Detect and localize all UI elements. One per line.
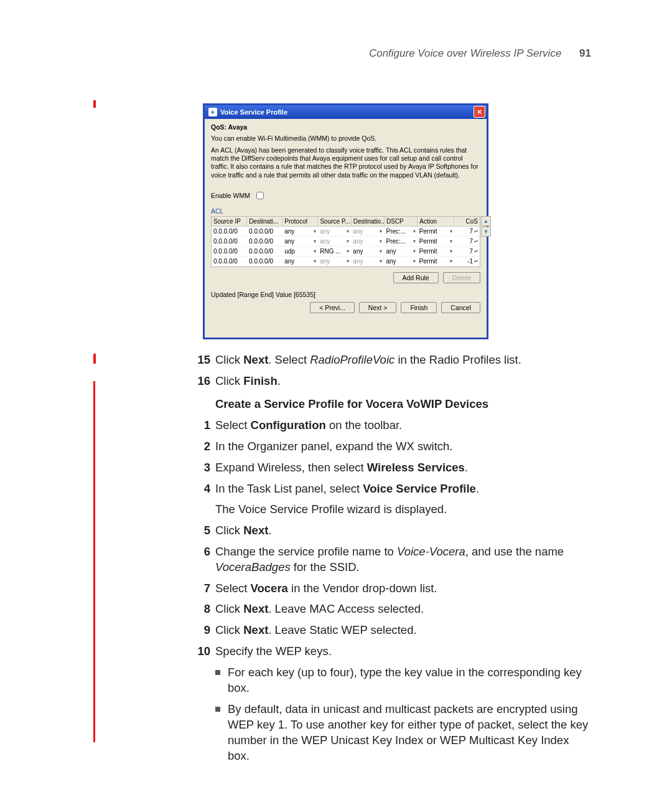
col-protocol[interactable]: Protocol bbox=[282, 217, 318, 226]
step-number: 7 bbox=[192, 581, 215, 597]
dropdown-icon[interactable]: ▾ bbox=[413, 258, 416, 264]
app-icon: ⋄ bbox=[208, 108, 217, 116]
cell[interactable]: Prec:...▾ bbox=[384, 228, 417, 235]
add-rule-button[interactable]: Add Rule bbox=[393, 272, 439, 283]
dropdown-icon[interactable]: ▾ bbox=[450, 258, 452, 264]
move-down-button[interactable]: ▼ bbox=[481, 227, 491, 237]
dropdown-icon[interactable]: ▾ bbox=[450, 248, 452, 254]
cell[interactable]: any▾ bbox=[318, 228, 351, 235]
col-dscp[interactable]: DSCP bbox=[385, 217, 418, 226]
cell[interactable]: any▾ bbox=[282, 238, 318, 245]
dropdown-icon[interactable]: ▾ bbox=[347, 229, 349, 234]
step-number: 15 bbox=[192, 352, 215, 368]
cell[interactable]: 0.0.0.0/0 bbox=[247, 258, 282, 265]
bullet-2: By default, data in unicast and multicas… bbox=[215, 702, 590, 763]
cell[interactable]: any▾ bbox=[351, 248, 384, 255]
cancel-button[interactable]: Cancel bbox=[441, 302, 480, 313]
col-dest-port[interactable]: Destinatio... bbox=[352, 217, 385, 226]
spinner-icon[interactable]: ▴▾ bbox=[474, 230, 478, 232]
col-source-ip[interactable]: Source IP bbox=[212, 217, 247, 226]
cell[interactable]: any▾ bbox=[351, 258, 384, 265]
dropdown-icon[interactable]: ▾ bbox=[347, 248, 349, 254]
cell[interactable]: Permit▾ bbox=[418, 248, 454, 255]
cell[interactable]: -1▴▾ bbox=[454, 258, 480, 265]
cell[interactable]: any▾ bbox=[351, 228, 384, 235]
cell[interactable]: 0.0.0.0/0 bbox=[247, 248, 282, 255]
dropdown-icon[interactable]: ▾ bbox=[314, 229, 316, 234]
dropdown-icon[interactable]: ▾ bbox=[347, 238, 349, 244]
step-number: 1 bbox=[192, 418, 215, 433]
dropdown-icon[interactable]: ▾ bbox=[450, 238, 452, 244]
dropdown-icon[interactable]: ▾ bbox=[450, 229, 452, 234]
table-row[interactable]: 0.0.0.0/00.0.0.0/0any▾any▾any▾Prec:...▾P… bbox=[212, 237, 480, 247]
cell[interactable]: any▾ bbox=[318, 258, 351, 265]
step-text: Click Next. Leave MAC Access selected. bbox=[215, 602, 590, 617]
col-dest-ip[interactable]: Destinati... bbox=[247, 217, 282, 226]
cell[interactable]: 7▴▾ bbox=[454, 248, 480, 255]
spinner-icon[interactable]: ▴▾ bbox=[474, 240, 478, 242]
cell[interactable]: any▾ bbox=[282, 228, 318, 235]
close-icon[interactable]: × bbox=[474, 106, 485, 118]
cell[interactable]: 0.0.0.0/0 bbox=[247, 228, 282, 235]
step-16: 16 Click Finish. bbox=[192, 374, 590, 389]
dropdown-icon[interactable]: ▾ bbox=[380, 258, 382, 264]
step-text: In the Task List panel, select Voice Ser… bbox=[215, 481, 590, 497]
dropdown-icon[interactable]: ▾ bbox=[347, 258, 349, 264]
cell[interactable]: 0.0.0.0/0 bbox=[212, 238, 247, 245]
cell[interactable]: udp▾ bbox=[282, 248, 318, 255]
dropdown-icon[interactable]: ▾ bbox=[413, 238, 416, 244]
table-row[interactable]: 0.0.0.0/00.0.0.0/0udp▾RNG ...▾any▾any▾Pe… bbox=[212, 247, 480, 257]
spinner-icon[interactable]: ▴▾ bbox=[474, 260, 478, 262]
finish-button[interactable]: Finish bbox=[401, 302, 437, 313]
cell[interactable]: any▾ bbox=[384, 248, 417, 255]
enable-wmm-checkbox[interactable] bbox=[256, 192, 264, 199]
table-row[interactable]: 0.0.0.0/00.0.0.0/0any▾any▾any▾any▾Permit… bbox=[212, 257, 480, 267]
cell[interactable]: any▾ bbox=[351, 238, 384, 245]
step-3: 3 Expand Wireless, then select Wireless … bbox=[192, 460, 590, 476]
dropdown-icon[interactable]: ▾ bbox=[380, 248, 382, 254]
cell[interactable]: any▾ bbox=[282, 258, 318, 265]
dropdown-icon[interactable]: ▾ bbox=[314, 258, 316, 264]
previous-button[interactable]: < Previ... bbox=[310, 302, 355, 313]
cell[interactable]: 0.0.0.0/0 bbox=[212, 248, 247, 255]
cell[interactable]: 7▴▾ bbox=[454, 238, 480, 245]
col-source-port[interactable]: Source P... bbox=[318, 217, 351, 226]
dropdown-icon[interactable]: ▾ bbox=[380, 229, 382, 234]
step-number: 4 bbox=[192, 481, 215, 497]
cell[interactable]: Permit▾ bbox=[418, 258, 454, 265]
dropdown-icon[interactable]: ▾ bbox=[413, 229, 416, 234]
titlebar: ⋄ Voice Service Profile × bbox=[205, 105, 487, 119]
dropdown-icon[interactable]: ▾ bbox=[314, 238, 316, 244]
step-5: 5 Click Next. bbox=[192, 523, 590, 539]
cell[interactable]: RNG ...▾ bbox=[318, 248, 351, 255]
spinner-icon[interactable]: ▴▾ bbox=[474, 250, 478, 252]
step-text: In the Organizer panel, expand the WX sw… bbox=[215, 439, 590, 455]
delete-button[interactable]: Delete bbox=[443, 272, 480, 283]
cell[interactable]: any▾ bbox=[384, 258, 417, 265]
cell[interactable]: 0.0.0.0/0 bbox=[247, 238, 282, 245]
page-number: 91 bbox=[579, 47, 591, 59]
cell[interactable]: 0.0.0.0/0 bbox=[212, 258, 247, 265]
step-number: 5 bbox=[192, 523, 215, 539]
step-number: 16 bbox=[192, 374, 215, 389]
cell[interactable]: Permit▾ bbox=[418, 228, 454, 235]
cell[interactable]: 0.0.0.0/0 bbox=[212, 228, 247, 235]
table-row[interactable]: 0.0.0.0/00.0.0.0/0any▾any▾any▾Prec:...▾P… bbox=[212, 227, 480, 237]
step-text: Click Next. Leave Static WEP selected. bbox=[215, 623, 590, 638]
col-cos[interactable]: CoS bbox=[454, 217, 480, 226]
step-number: 9 bbox=[192, 623, 215, 638]
step-4: 4 In the Task List panel, select Voice S… bbox=[192, 481, 590, 497]
cell[interactable]: Permit▾ bbox=[418, 238, 454, 245]
dropdown-icon[interactable]: ▾ bbox=[314, 248, 316, 254]
dropdown-icon[interactable]: ▾ bbox=[380, 238, 382, 244]
dropdown-icon[interactable]: ▾ bbox=[413, 248, 416, 254]
col-action[interactable]: Action bbox=[418, 217, 454, 226]
bullet-1: For each key (up to four), type the key … bbox=[215, 665, 590, 696]
next-button[interactable]: Next > bbox=[359, 302, 397, 313]
cell[interactable]: Prec:...▾ bbox=[384, 238, 417, 245]
step-4-sub: The Voice Service Profile wizard is disp… bbox=[215, 502, 590, 517]
move-up-button[interactable]: ▲ bbox=[481, 216, 491, 226]
cell[interactable]: 7▴▾ bbox=[454, 228, 480, 235]
step-text: Click Next. Select RadioProfileVoic in t… bbox=[215, 352, 590, 368]
cell[interactable]: any▾ bbox=[318, 238, 351, 245]
